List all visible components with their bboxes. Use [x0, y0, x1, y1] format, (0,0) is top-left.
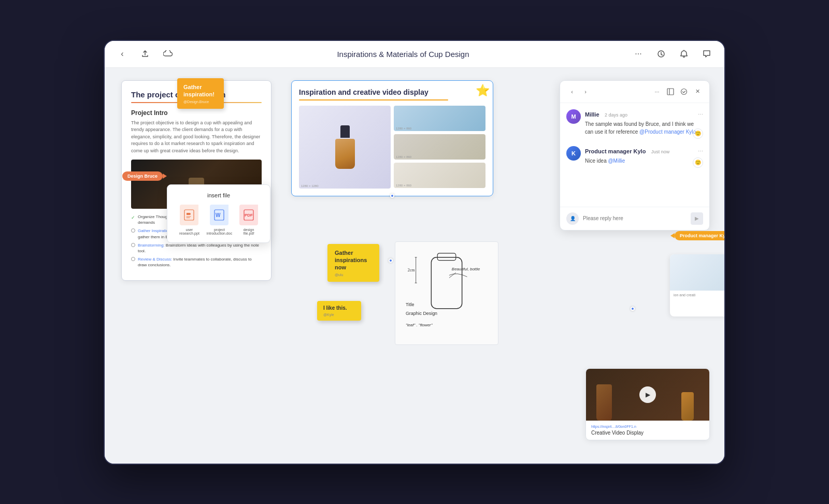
- connector-dot-1: [390, 194, 394, 198]
- titlebar: ‹ Inspirations & Materials of Cup Design…: [105, 41, 724, 68]
- kylo-reaction[interactable]: 🙂: [693, 157, 703, 168]
- message-header-millie: Millie 2 days ago ···: [585, 109, 703, 119]
- comment-button[interactable]: [699, 47, 714, 61]
- chat-reply-input[interactable]: [583, 215, 687, 221]
- cloud-button[interactable]: [161, 47, 175, 61]
- ppt-icon: [180, 205, 198, 225]
- svg-text:PDF: PDF: [245, 213, 253, 218]
- insp-side-images: 1280 × 860 1280 × 860 1280 × 860: [394, 106, 485, 189]
- check-icon: ✓: [131, 214, 135, 221]
- radio-icon-1[interactable]: [131, 228, 135, 233]
- kylo-name: Product manager Kylo: [585, 148, 646, 154]
- checklist-item-4: Review & Discuss: Invite teammates to co…: [131, 256, 262, 268]
- millie-more[interactable]: ···: [698, 110, 703, 118]
- kylo-mention: @Millie: [608, 158, 625, 164]
- svg-text:"leaf" . "flower": "leaf" . "flower": [406, 323, 433, 327]
- kylo-text: Nice idea @Millie: [585, 157, 703, 165]
- design-bruce-tag: Design Bruce: [122, 171, 163, 181]
- radio-icon-3[interactable]: [131, 257, 135, 261]
- video-card: ▶ https://inspi4....8/0on0FF1.n Creative…: [585, 368, 710, 440]
- video-thumbnail: ▶: [586, 369, 709, 421]
- chat-send-button[interactable]: ▶: [691, 212, 703, 225]
- sticky-gather[interactable]: Gather inspiration! @Design.Bruce: [177, 78, 224, 109]
- file-item-ppt[interactable]: userresearch.ppt: [179, 205, 199, 235]
- sticky-now-text: Gather inspirations now: [335, 249, 372, 271]
- message-content-millie: Millie 2 days ago ··· The sample was fou…: [585, 109, 703, 139]
- chat-message-millie: M Millie 2 days ago ··· The sample was f…: [566, 109, 703, 139]
- word-icon: W: [210, 205, 228, 225]
- message-header-kylo: Product manager Kylo Just now ···: [585, 146, 703, 155]
- titlebar-title: Inspirations & Materials of Cup Design: [175, 50, 631, 59]
- file-item-pdf[interactable]: PDF designfile.pdf: [239, 205, 258, 235]
- ppt-filename: userresearch.ppt: [179, 228, 199, 235]
- millie-reaction[interactable]: 🙂: [693, 128, 703, 139]
- chat-header: ‹ › ···: [560, 81, 709, 103]
- video-url: https://inspi4....8/0on0FF1.n: [591, 425, 704, 428]
- chat-prev-button[interactable]: ‹: [566, 86, 578, 97]
- svg-rect-10: [437, 253, 456, 260]
- radio-icon-2[interactable]: [131, 243, 135, 247]
- svg-text:Beautiful, bottle: Beautiful, bottle: [452, 267, 480, 271]
- word-filename: projectintroduction.doc: [207, 228, 232, 235]
- millie-time: 2 days ago: [605, 112, 627, 118]
- kylo-time: Just now: [651, 149, 670, 154]
- chat-messages: M Millie 2 days ago ··· The sample was f…: [560, 103, 709, 207]
- chat-header-actions: ··· ✕: [651, 86, 703, 97]
- back-button[interactable]: ‹: [115, 47, 130, 61]
- svg-rect-19: [667, 89, 674, 95]
- svg-text:2cm: 2cm: [408, 268, 415, 272]
- insert-file-title: insert file: [176, 192, 262, 198]
- svg-rect-9: [431, 257, 462, 308]
- app-window: ‹ Inspirations & Materials of Cup Design…: [104, 40, 725, 465]
- export-button[interactable]: [138, 47, 152, 61]
- avatar-kylo: K: [566, 146, 581, 161]
- kylo-tag-arrow: [670, 233, 675, 238]
- insp-side-img-1: 1280 × 860: [394, 106, 485, 131]
- doc-section-title: Project Intro: [131, 109, 262, 117]
- chat-close-button[interactable]: ✕: [692, 86, 703, 97]
- video-title: Creative Video Display: [591, 430, 704, 436]
- millie-mention: @Product manager Kylo: [639, 129, 696, 135]
- svg-text:Graphic Design: Graphic Design: [406, 310, 437, 315]
- video-info: https://inspi4....8/0on0FF1.n Creative V…: [586, 421, 709, 440]
- play-button[interactable]: ▶: [639, 386, 656, 403]
- video-bottle-left: [596, 384, 612, 421]
- titlebar-right: ···: [631, 47, 714, 61]
- file-item-word[interactable]: W projectintroduction.doc: [207, 205, 232, 235]
- pdf-icon: PDF: [239, 205, 258, 225]
- partial-video-hint: ion and creati: [670, 254, 724, 316]
- kylo-more[interactable]: ···: [698, 147, 703, 154]
- star-badge: ⭐: [476, 84, 490, 97]
- design-bruce-label: Design Bruce: [127, 174, 158, 179]
- chat-message-kylo: K Product manager Kylo Just now ··· Nice…: [566, 146, 703, 168]
- file-icons-row: userresearch.ppt W projectintroduction.d…: [176, 205, 262, 235]
- bell-button[interactable]: [677, 47, 691, 61]
- message-author-kylo-wrap: Product manager Kylo Just now: [585, 146, 669, 155]
- size-label-main: 1280 × 1280: [301, 184, 319, 188]
- sketch-area: 2cm Beautiful, bottle Title Graphic Desi…: [395, 241, 498, 345]
- sticky-gather-author: @Design.Bruce: [183, 100, 218, 104]
- video-bottle-right: [681, 392, 694, 421]
- inspiration-card-title: Inspiration and creative video display: [299, 88, 485, 96]
- more-button[interactable]: ···: [631, 47, 646, 61]
- millie-name: Millie: [585, 111, 599, 118]
- chat-more-button[interactable]: ···: [651, 86, 663, 97]
- insp-main-image: 1280 × 1280: [299, 106, 391, 189]
- sticky-like[interactable]: I like this. @Kyle: [317, 301, 361, 321]
- sticky-now[interactable]: Gather inspirations now @ulu: [327, 244, 379, 282]
- insp-side-img-2: 1280 × 860: [394, 134, 485, 160]
- sticky-like-author: @Kyle: [323, 313, 355, 316]
- timer-button[interactable]: [654, 47, 668, 61]
- titlebar-left: ‹: [115, 47, 175, 61]
- chat-check-button[interactable]: [678, 86, 690, 97]
- millie-text: The sample was found by Bruce, and I thi…: [585, 120, 703, 136]
- avatar-millie: M: [566, 109, 581, 124]
- connector-dot-2: [389, 258, 393, 263]
- chat-next-button[interactable]: ›: [580, 86, 591, 97]
- checklist-item-3: Brainstorming: Brainstorm ideas with col…: [131, 242, 262, 254]
- tag-arrow: [163, 174, 167, 179]
- message-author-millie: Millie 2 days ago: [585, 109, 627, 119]
- sketch-svg: 2cm Beautiful, bottle Title Graphic Desi…: [401, 247, 493, 339]
- chat-expand-button[interactable]: [665, 86, 676, 97]
- svg-text:Title: Title: [406, 301, 414, 307]
